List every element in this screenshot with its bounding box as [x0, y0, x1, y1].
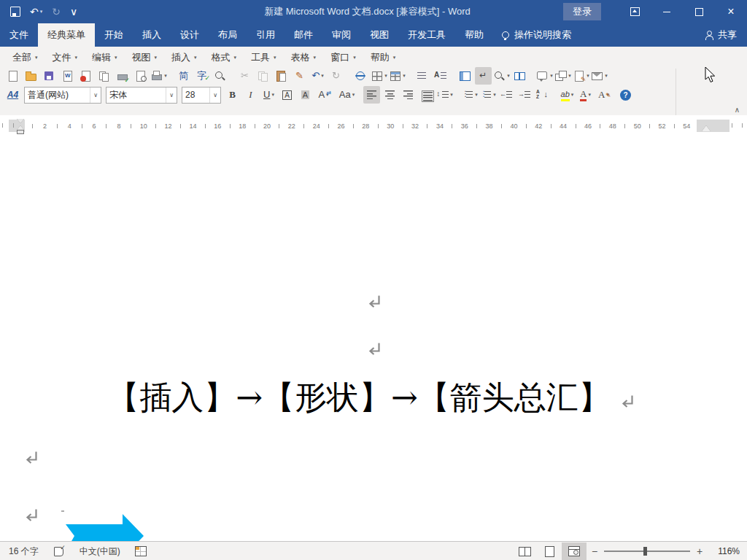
tab-help[interactable]: 帮助	[455, 23, 493, 47]
zoom-slider[interactable]	[604, 551, 690, 552]
chevron-down-icon[interactable]: ∨	[90, 88, 101, 103]
copy-icon[interactable]	[255, 67, 271, 85]
format-painter-icon[interactable]: ✎	[291, 67, 308, 85]
tab-classic-menu[interactable]: 经典菜单	[38, 23, 95, 47]
arrange-windows-icon[interactable]: ▾	[554, 67, 571, 85]
tab-references[interactable]: 引用	[247, 23, 285, 47]
bold-button[interactable]: B	[224, 86, 241, 104]
italic-button[interactable]: I	[242, 86, 259, 104]
zoom-level[interactable]: 116%	[708, 546, 740, 556]
menu-edit[interactable]: 编辑▾	[85, 50, 125, 66]
menu-window[interactable]: 窗口▾	[324, 50, 364, 66]
right-indent-marker[interactable]	[702, 125, 711, 131]
first-line-indent-marker[interactable]	[17, 119, 24, 123]
chevron-down-icon[interactable]: ∨	[166, 88, 177, 103]
tab-developer[interactable]: 开发工具	[398, 23, 455, 47]
paste-icon[interactable]	[273, 67, 290, 85]
document-map-icon[interactable]	[457, 67, 473, 85]
envelope-icon[interactable]: ▾	[591, 67, 608, 85]
character-shading-button[interactable]: A	[297, 86, 314, 104]
new-document-icon[interactable]	[4, 67, 21, 85]
align-right-button[interactable]	[400, 86, 417, 104]
zoom-out-button[interactable]: −	[587, 545, 603, 557]
zoom-in-button[interactable]: +	[692, 545, 708, 557]
font-combobox[interactable]: 宋体 ∨	[106, 87, 177, 104]
hyperlink-icon[interactable]	[352, 67, 369, 85]
tab-review[interactable]: 审阅	[322, 23, 360, 47]
print-icon[interactable]	[114, 67, 131, 85]
tab-home[interactable]: 开始	[95, 23, 133, 47]
change-case-button[interactable]: Aa ▾	[338, 86, 355, 104]
menu-help[interactable]: 帮助▾	[364, 50, 404, 66]
menu-format[interactable]: 格式▾	[205, 50, 245, 66]
columns-icon[interactable]	[414, 67, 430, 85]
distribute-button[interactable]	[418, 86, 435, 104]
word-count[interactable]: 16 个字	[9, 545, 39, 558]
borders-icon[interactable]: ▾	[371, 67, 387, 85]
web-layout-button[interactable]	[562, 542, 587, 560]
chinese-translate-icon[interactable]: 简	[175, 67, 192, 85]
find-icon[interactable]	[212, 67, 228, 85]
customize-quick-access-icon[interactable]: ∨	[70, 6, 77, 18]
font-size-combobox[interactable]: 28 ∨	[182, 87, 221, 104]
align-left-button[interactable]	[363, 86, 380, 104]
menu-file[interactable]: 文件▾	[46, 50, 86, 66]
left-indent-marker[interactable]	[18, 131, 23, 133]
redo-icon[interactable]: ↻	[328, 67, 344, 85]
redo-icon[interactable]: ↻	[52, 6, 61, 18]
tab-design[interactable]: 设计	[171, 23, 209, 47]
decrease-indent-button[interactable]	[498, 86, 514, 104]
undo-icon[interactable]: ↶ ▾	[30, 6, 42, 18]
edit-document-icon[interactable]: ▾	[573, 67, 589, 85]
open-icon[interactable]	[23, 67, 39, 85]
login-button[interactable]: 登录	[563, 3, 601, 20]
read-mode-button[interactable]	[512, 542, 537, 560]
read-layout-icon[interactable]	[511, 67, 528, 85]
styles-dialog-icon[interactable]: A4	[4, 86, 21, 104]
menu-all[interactable]: 全部▾	[6, 50, 46, 66]
insert-table-icon[interactable]: ▾	[389, 67, 406, 85]
print-preview-icon[interactable]	[132, 67, 149, 85]
tab-file[interactable]: 文件	[0, 23, 38, 47]
tab-layout[interactable]: 布局	[209, 23, 247, 47]
menu-table[interactable]: 表格▾	[285, 50, 325, 66]
menu-view[interactable]: 视图▾	[125, 50, 166, 66]
macro-record-icon[interactable]	[135, 546, 147, 556]
asian-layout-button[interactable]: A ▾	[315, 86, 332, 104]
save-icon[interactable]	[10, 7, 20, 17]
collapse-ribbon-icon[interactable]: ∧	[735, 106, 740, 114]
undo-icon[interactable]: ↶ ▾	[309, 67, 326, 85]
notched-right-arrow[interactable]	[66, 514, 144, 541]
zoom-icon[interactable]: ▾	[493, 67, 510, 85]
document-heading[interactable]: 【插入】→【形状】→【箭头总汇】	[0, 377, 718, 418]
increase-indent-button[interactable]	[516, 86, 533, 104]
proofing-status-icon[interactable]	[53, 546, 65, 556]
minimize-button[interactable]	[651, 0, 683, 23]
bullets-button[interactable]: ▾	[479, 86, 496, 104]
copy-document-icon[interactable]	[96, 67, 112, 85]
spelling-grammar-icon[interactable]: 字	[193, 67, 210, 85]
underline-button[interactable]: U ▾	[260, 86, 277, 104]
zoom-slider-thumb[interactable]	[643, 547, 647, 556]
highlight-button[interactable]: ab ▾	[559, 86, 576, 104]
arrow-shape[interactable]	[64, 512, 146, 541]
tab-view[interactable]: 视图	[360, 23, 398, 47]
font-color-button[interactable]: A ▾	[577, 86, 594, 104]
comment-icon[interactable]: ▾	[536, 67, 553, 85]
help-button[interactable]: ?	[617, 86, 634, 104]
style-combobox[interactable]: 普通(网站) ∨	[24, 87, 101, 104]
character-effects-button[interactable]: A ▾	[595, 86, 612, 104]
quick-print-icon[interactable]: ▾	[150, 67, 167, 85]
cut-icon[interactable]: ✂	[236, 67, 253, 85]
save-icon[interactable]	[41, 67, 58, 85]
align-center-button[interactable]	[382, 86, 398, 104]
language-status[interactable]: 中文(中国)	[80, 545, 120, 558]
sort-button[interactable]	[534, 86, 551, 104]
ribbon-display-options-icon[interactable]	[619, 0, 651, 23]
tab-mailings[interactable]: 邮件	[285, 23, 322, 47]
hanging-indent-marker[interactable]	[17, 125, 24, 130]
formatting-marks-icon[interactable]	[475, 67, 492, 85]
save-as-word-icon[interactable]	[59, 67, 76, 85]
numbering-button[interactable]: ▾	[461, 86, 478, 104]
text-direction-icon[interactable]	[432, 67, 449, 85]
